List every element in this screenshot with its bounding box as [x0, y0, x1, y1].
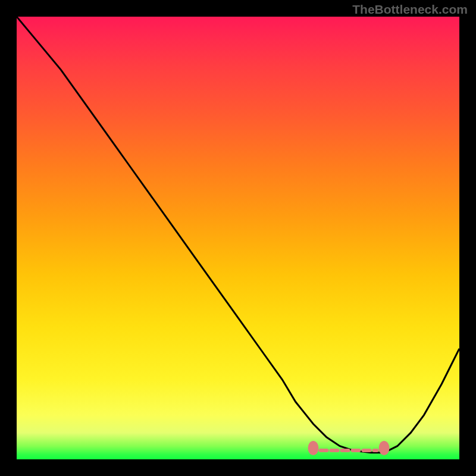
watermark-text: TheBottleneck.com	[352, 2, 468, 17]
bottleneck-curve	[17, 17, 459, 453]
svg-point-1	[379, 441, 390, 455]
chart-plot-area	[17, 17, 459, 459]
svg-point-0	[308, 441, 319, 455]
chart-overlay	[17, 17, 459, 459]
